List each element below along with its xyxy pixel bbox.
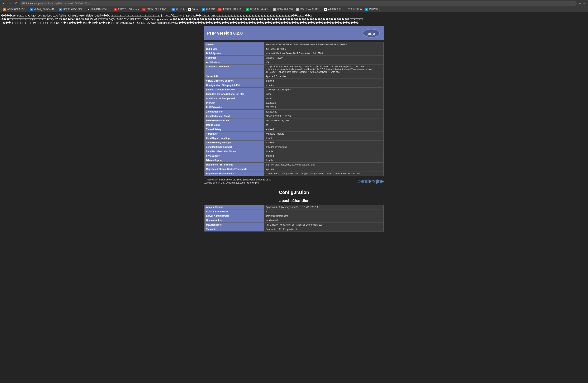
table-row: Server APIApache 2.0 Handler [205,74,384,79]
table-row: Thread Safetyenabled [205,127,384,131]
info-key: Max Requests [205,223,264,227]
info-value: C:\web\php-8.2.8\php.ini [264,87,384,92]
table-row: Configure Commandcscript /nologo /e:jscr… [205,64,384,74]
bookmark-item[interactable]: ●开源软件 - Gitee.com [112,7,141,12]
info-value: convert.iconv.*, string.rot13, string.to… [264,171,384,176]
table-row: PHP Extension20220829 [205,105,384,109]
bookmark-favicon-icon: ● [188,8,191,11]
bookmark-label: 开源软件 - Gitee.com [118,8,139,11]
info-key: Registered Stream Filters [205,171,264,176]
bookmark-item[interactable]: ●中国计算机技术职... [217,7,244,12]
bookmark-favicon-icon: ● [365,8,368,11]
bookmark-item[interactable]: ●GitHub [187,7,200,12]
info-key: Apache API Version [205,210,264,214]
bookmark-item[interactable]: ●稀土掘金 [170,7,186,12]
bookmark-item[interactable]: ●网盘资源 [201,7,216,12]
bookmark-label: 迪奥布斯的主页 -... [91,8,110,11]
credits-line: This program makes use of the Zend Scrip… [204,178,271,181]
info-key: Zend Signal Handling [205,136,264,140]
credits-line: Zend Engine v4.2.8, Copyright (c) Zend T… [204,181,271,184]
zend-logo-icon: zendengine [358,178,384,184]
info-value: Visual C++ 2019 [264,56,384,60]
table-row: Apache VersionApache/2.4.55 (Win64) Open… [205,205,384,210]
credits-row: This program makes use of the Zend Scrip… [204,178,384,184]
bookmark-label: 网盘资源 [206,8,215,11]
bookmark-item[interactable]: ●绘制精美的流程图... [1,7,28,12]
raw-output: ����□JFIF□□□``□>CREATOR: gd-jpeg v1.0 (u… [0,12,588,26]
info-key: Build System [205,51,264,56]
favorite-icon[interactable]: ☆ [583,2,585,5]
info-value: Windows NT MYHOME 6.2 build 9200 (Window… [264,42,384,47]
back-button[interactable] [1,1,6,6]
table-row: PHP Extension BuildAPI20220829,TS,VS16 [205,118,384,123]
bookmarks-bar: ●绘制精美的流程图...●小鹿通_知识产品与...●课堂派-简单好用的...●迪… [0,6,588,12]
table-row: Max RequestsPer Child: 0 - Keep Alive: o… [205,223,384,227]
bookmark-item[interactable]: ●迪奥布斯的主页 -... [86,7,112,12]
read-aloud-icon[interactable]: A)) [578,2,581,5]
table-row: Zend Max Execution Timersdisabled [205,149,384,154]
bookmark-item[interactable]: ●SQL Server数据库... [295,7,322,12]
info-key: Zend Multibyte Support [205,145,264,149]
forward-button[interactable] [8,1,12,6]
info-key: Debug Build [205,123,264,127]
bookmark-label: 菜鸟教程 - 学的不... [250,8,270,11]
bookmark-item[interactable]: ●CSDN - 专业开发者... [141,7,170,12]
bookmark-label: 稀土掘金 [176,8,185,11]
bookmark-label: 4 K影视资源 [328,8,341,11]
info-value: enabled [264,79,384,83]
info-value: disabled [264,158,384,162]
table-row: Zend Signal Handlingdisabled [205,136,384,140]
bookmark-label: 中通讯工程师 [348,8,362,11]
bookmark-item[interactable]: ●菜鸟教程 - 学的不... [245,7,271,12]
table-row: Registered PHP Streamsphp, file, glob, d… [205,162,384,167]
info-value: (none) [264,92,384,96]
raw-line: □���□□□□□□□□□□□□□□w□□□□□□!1□□AQ□aq□"2�□□… [1,21,587,25]
info-value: localhost:80 [264,218,384,223]
bookmark-favicon-icon: ● [202,8,205,11]
info-key: Zend Memory Manager [205,140,264,145]
info-value: enabled [264,127,384,131]
info-key: Additional .ini files parsed [205,96,264,101]
bookmark-label: SQL Server数据库... [300,8,321,11]
info-value: Jul 4 2023 15:48:56 [264,47,384,51]
bookmark-item[interactable]: ●小鹿通_知识产品与... [29,7,57,12]
bookmark-item[interactable]: 中通讯工程师 [343,7,363,12]
table-row: Thread APIWindows Threads [205,131,384,136]
info-value: Per Child: 0 - Keep Alive: on - Max Per … [264,223,384,227]
bookmark-favicon-icon: ● [246,8,249,11]
bookmark-label: 中国计算机技术职... [222,8,243,11]
bookmark-item[interactable]: ●湖南人事考试网 [272,7,294,12]
info-key: Server Administrator [205,214,264,218]
info-key: Zend Max Execution Timers [205,149,264,154]
table-row: Virtual Directory Supportenabled [205,79,384,83]
url-path: /upload/include.php?file=./upload/158406… [36,2,91,5]
phpinfo-container: PHP Version 8.2.8 php SystemWindows NT M… [204,26,384,232]
table-row: Apache API Version20120211 [205,210,384,214]
info-value: enabled [264,154,384,158]
info-key: PHP Extension [205,105,264,109]
info-value: no [264,123,384,127]
refresh-button[interactable] [14,1,19,6]
info-key: Thread Safety [205,127,264,131]
apache-table: Apache VersionApache/2.4.55 (Win64) Open… [204,205,384,232]
php-logo-icon: php [362,28,381,38]
info-value: disabled [264,136,384,140]
bookmark-favicon-icon: ● [324,8,327,11]
info-value: Apache 2.0 Handler [264,74,384,79]
svg-text:php: php [368,31,375,36]
phpinfo-header: PHP Version 8.2.8 php [204,26,384,40]
table-row: SystemWindows NT MYHOME 6.2 build 9200 (… [205,42,384,47]
info-key: Configure Command [205,64,264,74]
bookmark-item[interactable]: ●哔哩哔哩 ( [364,7,380,12]
url-text: localhost/upload/include.php?file=./uplo… [26,2,574,5]
info-value: enabled [264,140,384,145]
site-info-icon[interactable]: ⓘ [22,1,25,5]
table-row: Build SystemMicrosoft Windows Server 201… [205,51,384,56]
bookmark-item[interactable]: ●课堂派-简单好用的... [58,7,85,12]
info-key: Configuration File (php.ini) Path [205,83,264,87]
address-bar[interactable]: ⓘ localhost/upload/include.php?file=./up… [20,1,577,6]
info-value: 20220829 [264,105,384,109]
table-row: PHP API20220829 [205,101,384,105]
bookmark-item[interactable]: ●4 K影视资源 [323,7,342,12]
table-row: Scan this dir for additional .ini files(… [205,92,384,96]
